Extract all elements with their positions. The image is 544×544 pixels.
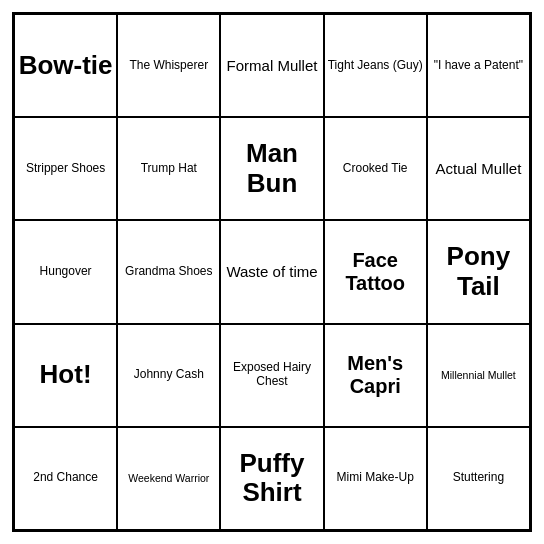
- cell-text-4: "I have a Patent": [431, 59, 526, 73]
- cell-text-15: Hot!: [18, 360, 113, 390]
- cell-text-22: Puffy Shirt: [224, 449, 319, 509]
- cell-text-16: Johnny Cash: [121, 368, 216, 382]
- bingo-board: Bow-tieThe WhispererFormal MulletTight J…: [12, 12, 532, 532]
- bingo-cell-16: Johnny Cash: [117, 324, 220, 427]
- bingo-cell-12: Waste of time: [220, 220, 323, 323]
- cell-text-19: Millennial Mullet: [431, 369, 526, 381]
- cell-text-13: Face Tattoo: [328, 249, 423, 295]
- cell-text-8: Crooked Tie: [328, 162, 423, 176]
- cell-text-11: Grandma Shoes: [121, 265, 216, 279]
- cell-text-10: Hungover: [18, 265, 113, 279]
- bingo-cell-1: The Whisperer: [117, 14, 220, 117]
- cell-text-17: Exposed Hairy Chest: [224, 361, 319, 389]
- bingo-cell-20: 2nd Chance: [14, 427, 117, 530]
- bingo-cell-15: Hot!: [14, 324, 117, 427]
- bingo-cell-9: Actual Mullet: [427, 117, 530, 220]
- bingo-cell-6: Trump Hat: [117, 117, 220, 220]
- bingo-cell-11: Grandma Shoes: [117, 220, 220, 323]
- cell-text-7: Man Bun: [224, 139, 319, 199]
- bingo-cell-4: "I have a Patent": [427, 14, 530, 117]
- cell-text-12: Waste of time: [224, 263, 319, 280]
- bingo-cell-3: Tight Jeans (Guy): [324, 14, 427, 117]
- cell-text-6: Trump Hat: [121, 162, 216, 176]
- bingo-cell-14: Pony Tail: [427, 220, 530, 323]
- bingo-cell-22: Puffy Shirt: [220, 427, 323, 530]
- cell-text-20: 2nd Chance: [18, 471, 113, 485]
- cell-text-21: Weekend Warrior: [121, 472, 216, 484]
- bingo-cell-19: Millennial Mullet: [427, 324, 530, 427]
- bingo-cell-5: Stripper Shoes: [14, 117, 117, 220]
- bingo-cell-10: Hungover: [14, 220, 117, 323]
- cell-text-14: Pony Tail: [431, 242, 526, 302]
- bingo-cell-7: Man Bun: [220, 117, 323, 220]
- cell-text-2: Formal Mullet: [224, 57, 319, 74]
- bingo-cell-0: Bow-tie: [14, 14, 117, 117]
- cell-text-0: Bow-tie: [18, 51, 113, 81]
- cell-text-24: Stuttering: [431, 471, 526, 485]
- bingo-cell-2: Formal Mullet: [220, 14, 323, 117]
- cell-text-18: Men's Capri: [328, 352, 423, 398]
- cell-text-3: Tight Jeans (Guy): [328, 59, 423, 73]
- bingo-cell-21: Weekend Warrior: [117, 427, 220, 530]
- bingo-cell-17: Exposed Hairy Chest: [220, 324, 323, 427]
- cell-text-1: The Whisperer: [121, 59, 216, 73]
- bingo-cell-8: Crooked Tie: [324, 117, 427, 220]
- cell-text-5: Stripper Shoes: [18, 162, 113, 176]
- bingo-cell-13: Face Tattoo: [324, 220, 427, 323]
- bingo-cell-24: Stuttering: [427, 427, 530, 530]
- bingo-cell-18: Men's Capri: [324, 324, 427, 427]
- bingo-cell-23: Mimi Make-Up: [324, 427, 427, 530]
- cell-text-9: Actual Mullet: [431, 160, 526, 177]
- cell-text-23: Mimi Make-Up: [328, 471, 423, 485]
